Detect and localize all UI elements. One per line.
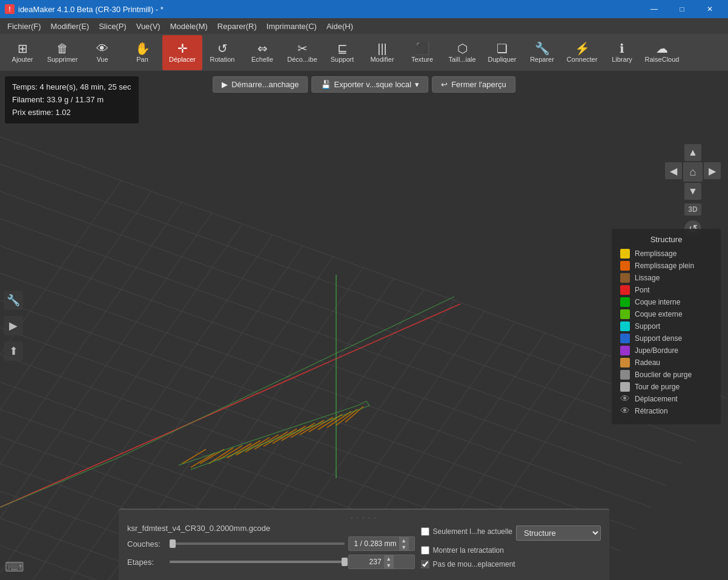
library-icon: ℹ — [620, 42, 624, 54]
legend-item: Support — [620, 321, 712, 331]
toolbar-btn-taille[interactable]: ⬡Taill...iale — [442, 35, 482, 70]
legend-color-swatch — [620, 249, 630, 259]
seulement-checkbox-row: Seulement l...he actuelle — [421, 527, 512, 536]
legend-label: Remplissage plein — [635, 262, 694, 270]
legend-item: Remplissage plein — [620, 261, 712, 271]
toolbar-btn-echelle[interactable]: ⇔Echelle — [242, 35, 282, 70]
toolbar-btn-deplacer[interactable]: ✛Déplacer — [162, 35, 202, 70]
legend-item: Coque interne — [620, 297, 712, 307]
layers-value: 1 / 0.283 mm — [354, 539, 397, 548]
legend-color-swatch — [620, 382, 630, 392]
steps-label: Etapes: — [127, 558, 170, 567]
toolbar-btn-supprimer[interactable]: 🗑Supprimer — [42, 35, 82, 70]
app-title: ideaMaker 4.1.0 Beta (CR-30 Printmill) -… — [18, 5, 164, 14]
legend-color-swatch — [620, 285, 630, 295]
support-icon: ⊑ — [337, 42, 348, 54]
menu-item-vuev[interactable]: Vue(V) — [131, 18, 165, 34]
seulement-checkbox[interactable] — [421, 527, 429, 536]
price-info: Prix estime: 1.02 — [12, 107, 131, 119]
steps-down-button[interactable]: ▼ — [384, 562, 394, 568]
nav-3d-button[interactable]: 3D — [684, 203, 701, 216]
wrench-button[interactable]: 🔧 — [4, 291, 23, 310]
toolbar-btn-modifier[interactable]: |||Modifier — [362, 35, 402, 70]
toolbar-btn-raisecloud[interactable]: ☁RaiseCloud — [642, 35, 682, 70]
toolbar-btn-reparer[interactable]: 🔧Reparer — [522, 35, 562, 70]
toolbar-btn-rotation[interactable]: ↺Rotation — [202, 35, 242, 70]
legend-label: Coque interne — [635, 298, 680, 306]
layers-slider[interactable] — [170, 542, 345, 545]
structure-dropdown[interactable]: Structure — [516, 526, 601, 541]
layers-down-button[interactable]: ▼ — [399, 544, 409, 550]
toolbar-btn-vue[interactable]: 👁Vue — [82, 35, 122, 70]
menu-item-slicep[interactable]: Slice(P) — [94, 18, 131, 34]
legend-label: Bouclier de purge — [635, 371, 692, 379]
app-icon: ! — [5, 4, 15, 14]
toolbar-btn-support[interactable]: ⊑Support — [322, 35, 362, 70]
legend-item: Remplissage — [620, 249, 712, 259]
drag-handle[interactable]: · · · · · — [127, 515, 601, 521]
toolbar-btn-pan[interactable]: ✋Pan — [122, 35, 162, 70]
toolbar-btn-connecter[interactable]: ⚡Connecter — [562, 35, 602, 70]
nav-controls: ▲ ◀ ⌂ ▶ ▼ 3D ↺ — [665, 144, 721, 237]
legend-item: 👁Déplacement — [620, 394, 712, 404]
connecter-icon: ⚡ — [575, 42, 590, 54]
close-preview-button[interactable]: ↩ Fermer l'aperçu — [432, 76, 515, 93]
legend-label: Déplacement — [635, 395, 678, 403]
nav-right-button[interactable]: ▶ — [704, 162, 721, 179]
close-label: Fermer l'aperçu — [451, 80, 506, 89]
filament-info: Filament: 33.9 g / 11.37 m — [12, 94, 131, 107]
play-button[interactable]: ▶ — [4, 316, 23, 335]
legend-item: Lissage — [620, 273, 712, 283]
montrer-checkbox[interactable] — [421, 546, 429, 555]
export-icon: 💾 — [321, 80, 331, 89]
start-label: Démarre...anchage — [231, 80, 299, 89]
pas-checkbox[interactable] — [421, 560, 429, 568]
legend-panel: Structure RemplissageRemplissage pleinLi… — [612, 229, 721, 424]
menu-item-reparerr[interactable]: Reparer(R) — [213, 18, 262, 34]
raisecloud-icon: ☁ — [656, 42, 668, 54]
export-button[interactable]: 💾 Exporter v...sque local ▾ — [312, 76, 429, 93]
time-info: Temps: 4 heure(s), 48 min, 25 sec — [12, 81, 131, 94]
steps-up-button[interactable]: ▲ — [384, 555, 394, 562]
nav-down-button[interactable]: ▼ — [684, 183, 701, 200]
minimize-button[interactable]: — — [641, 0, 667, 18]
legend-color-swatch — [620, 346, 630, 355]
menu-item-modlem[interactable]: Modèle(M) — [165, 18, 213, 34]
toolbar-btn-dupliquer[interactable]: ❏Dupliquer — [482, 35, 522, 70]
toolbar-btn-library[interactable]: ℹLibrary — [602, 35, 642, 70]
steps-value-box: 237 ▲ ▼ — [348, 555, 415, 569]
viewport-area: Temps: 4 heure(s), 48 min, 25 sec Filame… — [0, 71, 728, 580]
legend-item: 👁Rétraction — [620, 406, 712, 416]
rotation-icon: ↺ — [217, 42, 228, 54]
legend-color-swatch — [620, 334, 630, 343]
upload-button[interactable]: ⬆ — [4, 341, 23, 361]
maximize-button[interactable]: □ — [669, 0, 695, 18]
menu-item-modifiere[interactable]: Modifier(E) — [46, 18, 94, 34]
left-tools: 🔧 ▶ ⬆ — [4, 291, 23, 361]
legend-label: Pont — [635, 286, 650, 294]
steps-slider[interactable] — [170, 561, 345, 563]
title-bar: ! ideaMaker 4.1.0 Beta (CR-30 Printmill)… — [0, 0, 728, 18]
bottom-right-controls: Seulement l...he actuelle Structure Mont… — [415, 524, 601, 573]
menu-item-imprimantec[interactable]: Imprimante(C) — [262, 18, 322, 34]
close-button[interactable]: ✕ — [697, 0, 723, 18]
start-button[interactable]: ▶ Démarre...anchage — [213, 76, 308, 93]
legend-item: Pont — [620, 285, 712, 295]
layers-value-box: 1 / 0.283 mm ▲ ▼ — [348, 536, 415, 551]
reparer-icon: 🔧 — [535, 42, 550, 54]
layers-up-button[interactable]: ▲ — [399, 537, 409, 544]
keyboard-button[interactable]: ⌨ — [5, 559, 24, 575]
deplacer-icon: ✛ — [177, 42, 188, 54]
nav-home-button[interactable]: ⌂ — [683, 162, 703, 182]
legend-color-swatch — [620, 273, 630, 283]
vue-icon: 👁 — [96, 42, 108, 54]
menu-item-aideh[interactable]: Aide(H) — [322, 18, 358, 34]
legend-title: Structure — [620, 235, 712, 244]
nav-up-button[interactable]: ▲ — [684, 144, 701, 161]
menu-item-fichierf[interactable]: Fichier(F) — [2, 18, 46, 34]
toolbar-btn-decouper[interactable]: ✂Déco...ibe — [282, 35, 322, 70]
toolbar-btn-ajouter[interactable]: ⊞Ajouter — [2, 35, 42, 70]
nav-left-button[interactable]: ◀ — [665, 162, 682, 179]
legend-eye-icon: 👁 — [620, 394, 630, 404]
toolbar-btn-texture[interactable]: ⬛Texture — [402, 35, 442, 70]
